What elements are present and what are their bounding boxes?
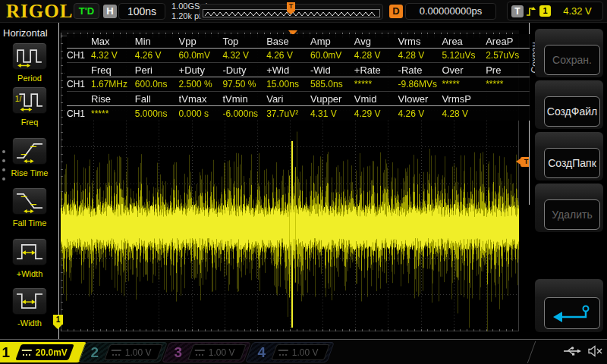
measure-value: 60.0mV [310,50,354,61]
measure-header: -Wid [310,64,354,76]
new-file-button[interactable]: СоздФайл [544,96,600,127]
measure-value: 1.67MHz [91,79,135,89]
channel-scale: 20.0mV [36,347,68,358]
trigger-position-tag[interactable]: T [287,2,295,11]
measure-header: Max [91,36,135,47]
measure-header-row: Rise Fall tVmax tVmin Vari Vupper Vmid V… [67,92,530,106]
measure-header: -Duty [222,64,266,76]
menu-item-rise-time[interactable]: Rise Time [0,137,59,177]
measure-header-row: Max Min Vpp Top Base Amp Avg Vrms Area A… [67,34,530,49]
menu-slot: СоздПапк [535,132,603,180]
measure-header: Over [442,64,486,76]
measure-value: 4.28 V [354,50,398,61]
measure-value: -6.000ns [222,108,266,119]
measure-value: 0.000 s [179,108,223,119]
measure-value: 4.26 V [266,50,310,61]
save-button[interactable]: Сохран. [544,45,600,75]
measure-value: ***** [354,79,398,89]
trigger-source-badge: 1 [539,5,551,17]
measure-header: VrmsP [442,93,486,105]
measure-value: 4.32 V [222,50,266,61]
measure-header: Amp [310,36,354,47]
measure-value: 600.0ns [135,79,179,89]
channel-number: 2 [83,344,107,361]
measure-value: 60.0mV [179,50,223,61]
channel-number: 1 [0,344,18,361]
measure-header: Vrms [398,36,442,47]
trigger-status-badge: T'D [74,3,99,19]
plus-width-icon [12,238,47,265]
fall-time-icon [12,187,47,215]
waveform-preview-strip[interactable]: T [200,4,383,20]
channel1-position-marker[interactable]: 1 [53,315,63,325]
measure-value: 5.12uVs [442,50,486,61]
rising-edge-icon [526,5,536,17]
measure-channel-label: CH1 [67,79,91,89]
measure-value: 5.000ns [135,108,179,119]
measure-value: 4.26 V [398,108,442,119]
minus-width-icon [12,287,47,315]
menu-item-freq[interactable]: 1/ Freq [0,86,59,127]
menu-item-label: Rise Time [0,168,59,177]
new-folder-button[interactable]: СоздПапк [544,148,600,178]
menu-item-fall-time[interactable]: Fall Time [0,187,59,228]
menu-item-label: +Width [0,269,59,278]
menu-item-label: Fall Time [0,218,59,228]
menu-item-minus-width[interactable]: -Width [0,287,59,328]
measure-value: ***** [91,108,135,119]
measure-header-row: Freq Peri +Duty -Duty +Wid -Wid +Rate -R… [67,63,530,77]
measure-header: +Wid [266,64,310,76]
trigger-info[interactable]: T 1 4.32 V [507,2,603,20]
left-menu: Horizontal Period 1/ Freq [0,23,59,339]
measure-value: 585.0ns [310,79,354,89]
measure-channel-label: CH1 [67,50,91,61]
measure-header: Vmid [354,93,398,105]
menu-item-label: Period [0,74,59,83]
measurement-table: Max Min Vpp Top Base Amp Avg Vrms Area A… [67,34,530,121]
measure-header: Vupper [310,93,354,105]
menu-item-period[interactable]: Period [0,42,59,83]
delete-button[interactable]: Удалить [544,199,600,230]
measure-value: 15.00ns [266,79,310,89]
measure-value: -9.86MVs [398,79,442,89]
period-icon [12,42,47,70]
measure-header: +Duty [179,64,223,76]
measure-value: 97.50 % [222,79,266,89]
measure-header: Vpp [179,36,223,47]
channel-3-block[interactable]: 3 1.00 V [162,342,251,362]
measure-header: tVmax [179,93,223,105]
channel-number: 3 [166,344,190,361]
back-button[interactable] [544,297,600,329]
measure-header: Vlower [398,93,442,105]
measure-value: 37.7uV² [266,108,310,119]
svg-text:1/: 1/ [15,95,22,103]
bottom-bar: 1 20.0mV 2 1.00 V 3 1.00 V 4 1.00 V [0,339,607,364]
channel-4-block[interactable]: 4 1.00 V [245,342,335,362]
horizontal-h-icon: H [103,5,117,18]
dc-coupling-icon [195,350,205,356]
measure-header: Rise [91,93,135,105]
measure-header: +Rate [354,64,398,76]
channel-1-block[interactable]: 1 20.0mV [0,342,87,362]
timebase-value: 100ns [118,3,165,20]
menu-slot: Сохран. [535,29,603,77]
channel-number: 4 [250,344,274,361]
speaker-muted-icon [587,345,602,357]
delay-value: 0.00000000ps [405,3,496,20]
measure-value: 2.57uVs [486,50,530,61]
dc-coupling-icon [22,350,32,356]
measure-header: Fall [135,93,179,105]
menu-item-plus-width[interactable]: +Width [0,238,59,278]
measure-value: 2.500 % [179,79,223,89]
measure-value: 4.31 V [310,108,354,119]
measure-header: -Rate [398,64,442,76]
dc-coupling-icon [112,350,121,356]
usb-icon [563,346,581,356]
measure-value-row: CH1 1.67MHz 600.0ns 2.500 % 97.50 % 15.0… [67,77,530,92]
measure-header: Vari [266,93,310,105]
channel-2-block[interactable]: 2 1.00 V [78,342,168,362]
trigger-t-icon: T [511,5,524,17]
menu-item-label: -Width [0,318,59,328]
measure-value: ***** [442,79,486,89]
left-menu-title: Horizontal [3,27,48,39]
